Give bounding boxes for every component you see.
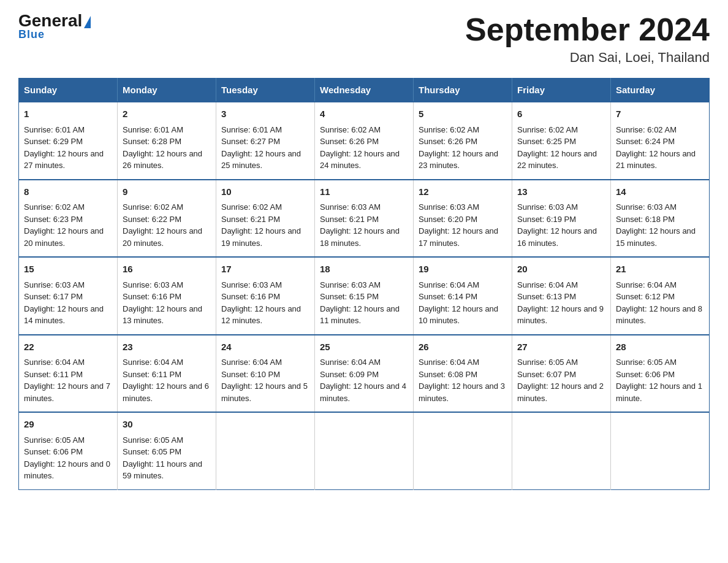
calendar-cell: 8Sunrise: 6:02 AMSunset: 6:23 PMDaylight…: [19, 180, 118, 258]
sunrise-text: Sunrise: 6:04 AM: [616, 280, 677, 289]
calendar-cell: 2Sunrise: 6:01 AMSunset: 6:28 PMDaylight…: [118, 102, 216, 180]
calendar-cell: 30Sunrise: 6:05 AMSunset: 6:05 PMDayligh…: [118, 412, 216, 489]
calendar-cell: 4Sunrise: 6:02 AMSunset: 6:26 PMDaylight…: [315, 102, 414, 180]
sunset-text: Sunset: 6:26 PM: [320, 137, 379, 146]
daylight-text: Daylight: 12 hours and 16 minutes.: [517, 226, 597, 248]
sunrise-text: Sunrise: 6:02 AM: [123, 202, 183, 212]
daylight-text: Daylight: 12 hours and 7 minutes.: [24, 381, 110, 403]
day-number: 25: [320, 340, 408, 354]
calendar-cell: 10Sunrise: 6:02 AMSunset: 6:21 PMDayligh…: [216, 180, 315, 258]
daylight-text: Daylight: 12 hours and 26 minutes.: [123, 149, 202, 170]
day-number: 7: [616, 107, 704, 121]
sunrise-text: Sunrise: 6:01 AM: [24, 125, 85, 134]
day-number: 10: [221, 185, 309, 199]
daylight-text: Daylight: 12 hours and 0 minutes.: [24, 459, 110, 481]
sunset-text: Sunset: 6:16 PM: [123, 292, 181, 301]
calendar-cell: 18Sunrise: 6:03 AMSunset: 6:15 PMDayligh…: [315, 257, 414, 335]
day-number: 12: [419, 185, 507, 199]
sunrise-text: Sunrise: 6:03 AM: [24, 280, 85, 289]
sunrise-text: Sunrise: 6:03 AM: [320, 280, 381, 289]
sunset-text: Sunset: 6:19 PM: [517, 215, 576, 224]
day-number: 3: [221, 107, 309, 121]
sunset-text: Sunset: 6:29 PM: [24, 137, 83, 146]
calendar-cell: 26Sunrise: 6:04 AMSunset: 6:08 PMDayligh…: [414, 335, 512, 413]
day-number: 30: [123, 418, 211, 432]
daylight-text: Daylight: 12 hours and 12 minutes.: [221, 304, 301, 326]
column-header-friday: Friday: [512, 79, 611, 102]
sunrise-text: Sunrise: 6:02 AM: [221, 202, 282, 212]
calendar-cell: 5Sunrise: 6:02 AMSunset: 6:26 PMDaylight…: [414, 102, 512, 180]
calendar-week-row: 22Sunrise: 6:04 AMSunset: 6:11 PMDayligh…: [19, 335, 710, 413]
daylight-text: Daylight: 12 hours and 22 minutes.: [517, 149, 597, 170]
sunrise-text: Sunrise: 6:05 AM: [24, 435, 85, 445]
sunrise-text: Sunrise: 6:01 AM: [123, 125, 183, 134]
daylight-text: Daylight: 12 hours and 8 minutes.: [616, 304, 702, 326]
column-header-sunday: Sunday: [19, 79, 118, 102]
day-number: 24: [221, 340, 309, 354]
day-number: 6: [517, 107, 605, 121]
calendar-cell: 9Sunrise: 6:02 AMSunset: 6:22 PMDaylight…: [118, 180, 216, 258]
sunrise-text: Sunrise: 6:05 AM: [123, 435, 183, 445]
calendar-week-row: 8Sunrise: 6:02 AMSunset: 6:23 PMDaylight…: [19, 180, 710, 258]
calendar-week-row: 29Sunrise: 6:05 AMSunset: 6:06 PMDayligh…: [19, 412, 710, 489]
daylight-text: Daylight: 12 hours and 17 minutes.: [419, 226, 498, 248]
sunrise-text: Sunrise: 6:02 AM: [24, 202, 85, 212]
daylight-text: Daylight: 12 hours and 23 minutes.: [419, 149, 498, 170]
sunrise-text: Sunrise: 6:02 AM: [320, 125, 381, 134]
sunset-text: Sunset: 6:17 PM: [24, 292, 83, 301]
day-number: 19: [419, 262, 507, 277]
calendar-week-row: 15Sunrise: 6:03 AMSunset: 6:17 PMDayligh…: [19, 257, 710, 335]
title-block: September 2024 Dan Sai, Loei, Thailand: [465, 12, 710, 66]
calendar-week-row: 1Sunrise: 6:01 AMSunset: 6:29 PMDaylight…: [19, 102, 710, 180]
sunset-text: Sunset: 6:12 PM: [616, 292, 675, 301]
sunrise-text: Sunrise: 6:03 AM: [419, 202, 479, 212]
day-number: 1: [24, 107, 112, 121]
column-header-wednesday: Wednesday: [315, 79, 414, 102]
sunrise-text: Sunrise: 6:03 AM: [123, 280, 183, 289]
logo: General Blue: [18, 12, 91, 41]
calendar-cell: 13Sunrise: 6:03 AMSunset: 6:19 PMDayligh…: [512, 180, 611, 258]
daylight-text: Daylight: 12 hours and 18 minutes.: [320, 226, 400, 248]
sunset-text: Sunset: 6:20 PM: [419, 215, 477, 224]
daylight-text: Daylight: 12 hours and 4 minutes.: [320, 381, 406, 403]
sunrise-text: Sunrise: 6:05 AM: [616, 358, 677, 367]
day-number: 5: [419, 107, 507, 121]
daylight-text: Daylight: 12 hours and 6 minutes.: [123, 381, 209, 403]
sunrise-text: Sunrise: 6:03 AM: [320, 202, 381, 212]
daylight-text: Daylight: 12 hours and 24 minutes.: [320, 149, 400, 170]
calendar-cell: [216, 412, 315, 489]
calendar-table: SundayMondayTuesdayWednesdayThursdayFrid…: [18, 78, 710, 490]
sunrise-text: Sunrise: 6:03 AM: [221, 280, 282, 289]
sunrise-text: Sunrise: 6:04 AM: [517, 280, 578, 289]
sunrise-text: Sunrise: 6:03 AM: [517, 202, 578, 212]
calendar-cell: 11Sunrise: 6:03 AMSunset: 6:21 PMDayligh…: [315, 180, 414, 258]
calendar-cell: 29Sunrise: 6:05 AMSunset: 6:06 PMDayligh…: [19, 412, 118, 489]
daylight-text: Daylight: 12 hours and 1 minute.: [616, 381, 702, 403]
sunrise-text: Sunrise: 6:04 AM: [419, 358, 479, 367]
day-number: 17: [221, 262, 309, 277]
sunrise-text: Sunrise: 6:04 AM: [221, 358, 282, 367]
day-number: 4: [320, 107, 408, 121]
daylight-text: Daylight: 12 hours and 2 minutes.: [517, 381, 604, 403]
calendar-cell: 15Sunrise: 6:03 AMSunset: 6:17 PMDayligh…: [19, 257, 118, 335]
daylight-text: Daylight: 12 hours and 5 minutes.: [221, 381, 308, 403]
daylight-text: Daylight: 12 hours and 25 minutes.: [221, 149, 301, 170]
day-number: 23: [123, 340, 211, 354]
sunset-text: Sunset: 6:21 PM: [221, 215, 280, 224]
sunset-text: Sunset: 6:11 PM: [24, 370, 83, 379]
daylight-text: Daylight: 12 hours and 9 minutes.: [517, 304, 604, 326]
column-header-monday: Monday: [118, 79, 216, 102]
sunset-text: Sunset: 6:28 PM: [123, 137, 181, 146]
sunset-text: Sunset: 6:11 PM: [123, 370, 181, 379]
calendar-cell: [611, 412, 710, 489]
daylight-text: Daylight: 12 hours and 10 minutes.: [419, 304, 498, 326]
calendar-cell: 3Sunrise: 6:01 AMSunset: 6:27 PMDaylight…: [216, 102, 315, 180]
daylight-text: Daylight: 11 hours and 59 minutes.: [123, 459, 202, 481]
calendar-cell: 28Sunrise: 6:05 AMSunset: 6:06 PMDayligh…: [611, 335, 710, 413]
sunset-text: Sunset: 6:26 PM: [419, 137, 477, 146]
day-number: 18: [320, 262, 408, 277]
sunset-text: Sunset: 6:22 PM: [123, 215, 181, 224]
sunset-text: Sunset: 6:21 PM: [320, 215, 379, 224]
day-number: 22: [24, 340, 112, 354]
calendar-cell: 16Sunrise: 6:03 AMSunset: 6:16 PMDayligh…: [118, 257, 216, 335]
